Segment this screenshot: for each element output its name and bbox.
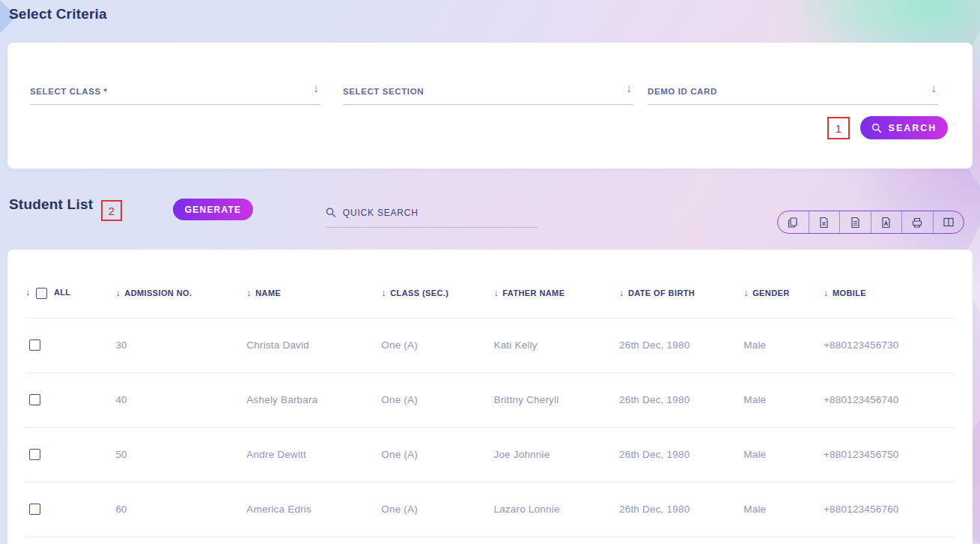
export-toolbar [777, 211, 964, 234]
sort-arrow-icon[interactable]: ↓ [493, 287, 499, 298]
cell-gender: Male [743, 318, 824, 372]
field-underline [648, 104, 938, 105]
export-copy-button[interactable] [778, 211, 809, 233]
cell-name: America Edris [246, 482, 381, 537]
row-checkbox[interactable] [29, 394, 40, 405]
quick-search-underline [326, 227, 538, 228]
column-label: FATHER NAME [502, 288, 564, 297]
columns-icon [943, 217, 955, 228]
search-icon [871, 123, 882, 133]
sort-arrow-icon[interactable]: ↓ [25, 286, 31, 297]
cell-class-sec: One (A) [381, 372, 493, 427]
cell-dob: 26th Dec, 1980 [619, 318, 743, 372]
column-header-gender[interactable]: ↓GENDER [743, 268, 824, 318]
sort-arrow-icon[interactable]: ↓ [824, 287, 829, 298]
column-label: CLASS (SEC.) [390, 288, 448, 297]
sort-arrow-icon[interactable]: ↓ [115, 287, 121, 298]
printer-icon [911, 217, 923, 229]
column-header-date-of-birth[interactable]: ↓DATE OF BIRTH [619, 268, 743, 318]
table-row: 60 America Edris One (A) Lazaro Lonnie 2… [25, 482, 955, 537]
chevron-down-icon[interactable]: ↓ [313, 82, 319, 95]
quick-search-input[interactable] [343, 208, 538, 218]
sort-arrow-icon[interactable]: ↓ [381, 287, 386, 298]
cell-admission-no: 60 [115, 482, 246, 537]
cell-gender: Male [743, 427, 824, 482]
cell-class-sec: One (A) [381, 318, 493, 372]
table-header-row: ↓ALL ↓ADMISSION NO. ↓NAME ↓CLASS (SEC.) … [25, 268, 955, 318]
cell-mobile: +880123456760 [824, 482, 955, 537]
export-print-button[interactable] [901, 211, 933, 233]
cell-admission-no: 50 [115, 427, 246, 482]
table-row: 30 Christa David One (A) Kati Kelly 26th… [25, 318, 955, 372]
cell-mobile: +880123456750 [824, 427, 955, 482]
table-row: 40 Ashely Barbara One (A) Brittny Cheryl… [25, 372, 955, 427]
search-button[interactable]: SEARCH [860, 116, 948, 139]
row-checkbox[interactable] [29, 449, 40, 460]
text-file-icon [850, 217, 861, 229]
demo-id-card-dropdown[interactable]: DEMO ID CARD ↓ [648, 84, 938, 105]
demo-id-card-label: DEMO ID CARD [648, 87, 717, 96]
cell-admission-no: 30 [115, 318, 246, 372]
column-label: DATE OF BIRTH [628, 288, 695, 297]
export-csv-button[interactable] [839, 211, 871, 233]
cell-father-name: Joe Johnnie [493, 427, 619, 482]
export-excel-button[interactable] [809, 211, 840, 233]
cell-mobile: +880123456730 [824, 318, 955, 372]
column-header-mobile[interactable]: ↓MOBILE [824, 268, 955, 318]
copy-icon [787, 217, 799, 229]
cell-father-name: Lazaro Lonnie [493, 482, 619, 537]
cell-class-sec: One (A) [381, 482, 493, 537]
column-header-class-sec[interactable]: ↓CLASS (SEC.) [381, 268, 493, 318]
student-table-card: ↓ALL ↓ADMISSION NO. ↓NAME ↓CLASS (SEC.) … [7, 250, 973, 544]
cell-dob: 26th Dec, 1980 [619, 372, 743, 427]
sort-arrow-icon[interactable]: ↓ [619, 287, 624, 298]
pdf-file-icon [880, 217, 892, 229]
cell-name: Christa David [246, 318, 381, 372]
column-header-father-name[interactable]: ↓FATHER NAME [493, 268, 619, 318]
annotation-box-2: 2 [101, 200, 122, 221]
cell-name: Ashely Barbara [246, 372, 381, 427]
cell-dob: 26th Dec, 1980 [619, 427, 743, 482]
chevron-down-icon[interactable]: ↓ [626, 82, 632, 95]
row-checkbox[interactable] [29, 504, 40, 515]
page-title: Select Criteria [9, 6, 107, 22]
cell-father-name: Brittny Cheryll [493, 372, 619, 427]
column-label: GENDER [752, 288, 789, 297]
student-table: ↓ALL ↓ADMISSION NO. ↓NAME ↓CLASS (SEC.) … [25, 268, 955, 537]
field-underline [343, 104, 633, 105]
cell-class-sec: One (A) [381, 427, 493, 482]
column-label: ADMISSION NO. [124, 288, 192, 297]
cell-name: Andre Dewitt [246, 427, 381, 482]
row-checkbox[interactable] [29, 339, 40, 351]
select-all-checkbox[interactable] [36, 288, 47, 299]
select-section-dropdown[interactable]: SELECT SECTION ↓ [343, 84, 633, 105]
generate-button[interactable]: GENERATE [173, 199, 253, 220]
cell-admission-no: 40 [115, 372, 246, 427]
column-header-name[interactable]: ↓NAME [246, 268, 381, 318]
column-label: MOBILE [833, 288, 866, 297]
search-button-label: SEARCH [889, 123, 937, 133]
chevron-down-icon[interactable]: ↓ [931, 82, 937, 95]
annotation-box-1: 1 [827, 117, 850, 139]
sort-arrow-icon[interactable]: ↓ [743, 287, 749, 298]
table-row: 50 Andre Dewitt One (A) Joe Johnnie 26th… [25, 427, 955, 482]
cell-mobile: +880123456740 [824, 372, 955, 427]
column-label: NAME [255, 288, 281, 297]
export-pdf-button[interactable] [871, 211, 902, 233]
export-columns-button[interactable] [933, 211, 964, 233]
cell-gender: Male [743, 482, 824, 537]
sort-arrow-icon[interactable]: ↓ [246, 287, 252, 298]
cell-gender: Male [743, 372, 824, 427]
quick-search [326, 207, 538, 228]
cell-dob: 26th Dec, 1980 [619, 482, 743, 537]
search-icon [326, 207, 336, 218]
column-label: ALL [54, 288, 71, 297]
column-header-admission-no[interactable]: ↓ADMISSION NO. [115, 268, 246, 318]
select-class-dropdown[interactable]: SELECT CLASS * ↓ [30, 84, 320, 105]
select-section-label: SELECT SECTION [343, 87, 424, 96]
select-class-label: SELECT CLASS * [30, 87, 108, 96]
excel-file-icon [818, 217, 830, 229]
section-title: Student List [9, 196, 93, 213]
field-underline [30, 104, 320, 105]
column-header-all[interactable]: ↓ALL [25, 268, 115, 318]
